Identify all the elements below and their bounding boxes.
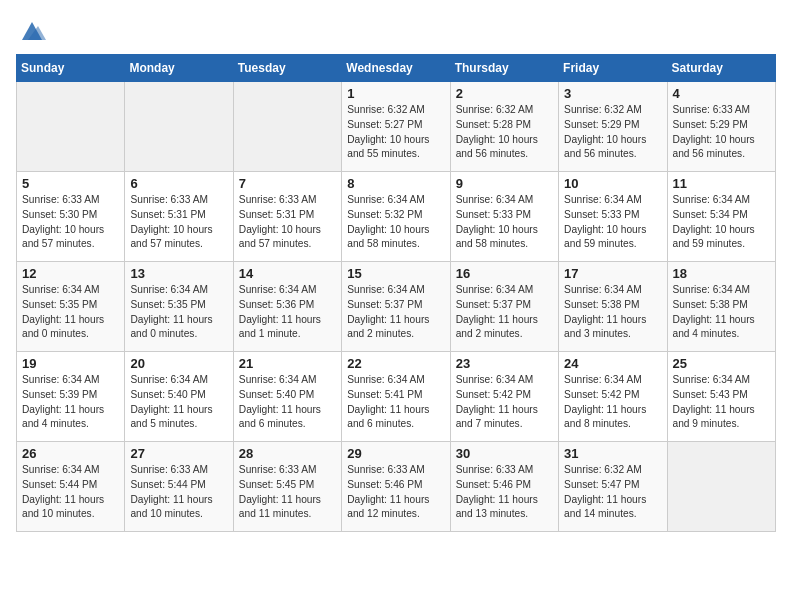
page-header (16, 16, 776, 44)
calendar-cell: 1Sunrise: 6:32 AM Sunset: 5:27 PM Daylig… (342, 82, 450, 172)
calendar-cell: 15Sunrise: 6:34 AM Sunset: 5:37 PM Dayli… (342, 262, 450, 352)
calendar-cell: 18Sunrise: 6:34 AM Sunset: 5:38 PM Dayli… (667, 262, 775, 352)
day-number: 29 (347, 446, 444, 461)
week-row-2: 5Sunrise: 6:33 AM Sunset: 5:30 PM Daylig… (17, 172, 776, 262)
day-number: 3 (564, 86, 661, 101)
day-number: 31 (564, 446, 661, 461)
weekday-header-wednesday: Wednesday (342, 55, 450, 82)
day-info: Sunrise: 6:33 AM Sunset: 5:30 PM Dayligh… (22, 193, 119, 252)
calendar-cell: 28Sunrise: 6:33 AM Sunset: 5:45 PM Dayli… (233, 442, 341, 532)
weekday-header-sunday: Sunday (17, 55, 125, 82)
calendar-cell: 14Sunrise: 6:34 AM Sunset: 5:36 PM Dayli… (233, 262, 341, 352)
day-number: 11 (673, 176, 770, 191)
day-number: 28 (239, 446, 336, 461)
day-info: Sunrise: 6:32 AM Sunset: 5:29 PM Dayligh… (564, 103, 661, 162)
calendar-cell (233, 82, 341, 172)
calendar-cell: 9Sunrise: 6:34 AM Sunset: 5:33 PM Daylig… (450, 172, 558, 262)
logo (16, 16, 46, 44)
calendar-cell: 30Sunrise: 6:33 AM Sunset: 5:46 PM Dayli… (450, 442, 558, 532)
day-info: Sunrise: 6:34 AM Sunset: 5:42 PM Dayligh… (564, 373, 661, 432)
calendar-cell: 19Sunrise: 6:34 AM Sunset: 5:39 PM Dayli… (17, 352, 125, 442)
day-info: Sunrise: 6:34 AM Sunset: 5:38 PM Dayligh… (564, 283, 661, 342)
calendar-cell: 20Sunrise: 6:34 AM Sunset: 5:40 PM Dayli… (125, 352, 233, 442)
day-info: Sunrise: 6:34 AM Sunset: 5:37 PM Dayligh… (347, 283, 444, 342)
weekday-header-thursday: Thursday (450, 55, 558, 82)
calendar-cell: 6Sunrise: 6:33 AM Sunset: 5:31 PM Daylig… (125, 172, 233, 262)
weekday-header-monday: Monday (125, 55, 233, 82)
day-info: Sunrise: 6:34 AM Sunset: 5:37 PM Dayligh… (456, 283, 553, 342)
day-info: Sunrise: 6:34 AM Sunset: 5:33 PM Dayligh… (456, 193, 553, 252)
day-number: 22 (347, 356, 444, 371)
day-number: 24 (564, 356, 661, 371)
calendar-cell: 21Sunrise: 6:34 AM Sunset: 5:40 PM Dayli… (233, 352, 341, 442)
day-number: 21 (239, 356, 336, 371)
day-info: Sunrise: 6:34 AM Sunset: 5:43 PM Dayligh… (673, 373, 770, 432)
weekday-header-saturday: Saturday (667, 55, 775, 82)
logo-icon (18, 16, 46, 44)
day-number: 8 (347, 176, 444, 191)
day-info: Sunrise: 6:34 AM Sunset: 5:41 PM Dayligh… (347, 373, 444, 432)
day-info: Sunrise: 6:34 AM Sunset: 5:40 PM Dayligh… (130, 373, 227, 432)
day-info: Sunrise: 6:33 AM Sunset: 5:29 PM Dayligh… (673, 103, 770, 162)
day-number: 7 (239, 176, 336, 191)
week-row-1: 1Sunrise: 6:32 AM Sunset: 5:27 PM Daylig… (17, 82, 776, 172)
calendar-cell: 3Sunrise: 6:32 AM Sunset: 5:29 PM Daylig… (559, 82, 667, 172)
day-number: 18 (673, 266, 770, 281)
weekday-header-friday: Friday (559, 55, 667, 82)
calendar-cell: 7Sunrise: 6:33 AM Sunset: 5:31 PM Daylig… (233, 172, 341, 262)
calendar-cell (17, 82, 125, 172)
day-number: 25 (673, 356, 770, 371)
day-info: Sunrise: 6:34 AM Sunset: 5:36 PM Dayligh… (239, 283, 336, 342)
calendar-cell: 12Sunrise: 6:34 AM Sunset: 5:35 PM Dayli… (17, 262, 125, 352)
calendar-cell: 24Sunrise: 6:34 AM Sunset: 5:42 PM Dayli… (559, 352, 667, 442)
calendar-cell: 23Sunrise: 6:34 AM Sunset: 5:42 PM Dayli… (450, 352, 558, 442)
week-row-5: 26Sunrise: 6:34 AM Sunset: 5:44 PM Dayli… (17, 442, 776, 532)
day-info: Sunrise: 6:34 AM Sunset: 5:39 PM Dayligh… (22, 373, 119, 432)
week-row-3: 12Sunrise: 6:34 AM Sunset: 5:35 PM Dayli… (17, 262, 776, 352)
week-row-4: 19Sunrise: 6:34 AM Sunset: 5:39 PM Dayli… (17, 352, 776, 442)
day-info: Sunrise: 6:34 AM Sunset: 5:40 PM Dayligh… (239, 373, 336, 432)
day-number: 16 (456, 266, 553, 281)
day-info: Sunrise: 6:34 AM Sunset: 5:33 PM Dayligh… (564, 193, 661, 252)
weekday-header-tuesday: Tuesday (233, 55, 341, 82)
calendar-cell: 26Sunrise: 6:34 AM Sunset: 5:44 PM Dayli… (17, 442, 125, 532)
calendar-cell (125, 82, 233, 172)
calendar-cell: 8Sunrise: 6:34 AM Sunset: 5:32 PM Daylig… (342, 172, 450, 262)
day-info: Sunrise: 6:34 AM Sunset: 5:32 PM Dayligh… (347, 193, 444, 252)
day-info: Sunrise: 6:34 AM Sunset: 5:42 PM Dayligh… (456, 373, 553, 432)
day-info: Sunrise: 6:34 AM Sunset: 5:38 PM Dayligh… (673, 283, 770, 342)
calendar-cell: 25Sunrise: 6:34 AM Sunset: 5:43 PM Dayli… (667, 352, 775, 442)
calendar-table: SundayMondayTuesdayWednesdayThursdayFrid… (16, 54, 776, 532)
day-info: Sunrise: 6:34 AM Sunset: 5:35 PM Dayligh… (22, 283, 119, 342)
weekday-header-row: SundayMondayTuesdayWednesdayThursdayFrid… (17, 55, 776, 82)
day-info: Sunrise: 6:34 AM Sunset: 5:34 PM Dayligh… (673, 193, 770, 252)
day-number: 19 (22, 356, 119, 371)
calendar-cell: 31Sunrise: 6:32 AM Sunset: 5:47 PM Dayli… (559, 442, 667, 532)
calendar-cell: 10Sunrise: 6:34 AM Sunset: 5:33 PM Dayli… (559, 172, 667, 262)
day-number: 6 (130, 176, 227, 191)
day-info: Sunrise: 6:33 AM Sunset: 5:31 PM Dayligh… (239, 193, 336, 252)
day-info: Sunrise: 6:33 AM Sunset: 5:46 PM Dayligh… (456, 463, 553, 522)
calendar-cell: 5Sunrise: 6:33 AM Sunset: 5:30 PM Daylig… (17, 172, 125, 262)
day-number: 20 (130, 356, 227, 371)
day-number: 14 (239, 266, 336, 281)
calendar-cell: 16Sunrise: 6:34 AM Sunset: 5:37 PM Dayli… (450, 262, 558, 352)
day-number: 5 (22, 176, 119, 191)
day-info: Sunrise: 6:33 AM Sunset: 5:46 PM Dayligh… (347, 463, 444, 522)
day-number: 26 (22, 446, 119, 461)
day-number: 4 (673, 86, 770, 101)
day-info: Sunrise: 6:32 AM Sunset: 5:28 PM Dayligh… (456, 103, 553, 162)
day-number: 12 (22, 266, 119, 281)
day-number: 23 (456, 356, 553, 371)
day-number: 17 (564, 266, 661, 281)
day-info: Sunrise: 6:34 AM Sunset: 5:44 PM Dayligh… (22, 463, 119, 522)
day-info: Sunrise: 6:34 AM Sunset: 5:35 PM Dayligh… (130, 283, 227, 342)
calendar-cell: 4Sunrise: 6:33 AM Sunset: 5:29 PM Daylig… (667, 82, 775, 172)
day-info: Sunrise: 6:33 AM Sunset: 5:44 PM Dayligh… (130, 463, 227, 522)
calendar-cell (667, 442, 775, 532)
calendar-cell: 2Sunrise: 6:32 AM Sunset: 5:28 PM Daylig… (450, 82, 558, 172)
calendar-cell: 13Sunrise: 6:34 AM Sunset: 5:35 PM Dayli… (125, 262, 233, 352)
day-number: 27 (130, 446, 227, 461)
day-number: 9 (456, 176, 553, 191)
day-number: 30 (456, 446, 553, 461)
